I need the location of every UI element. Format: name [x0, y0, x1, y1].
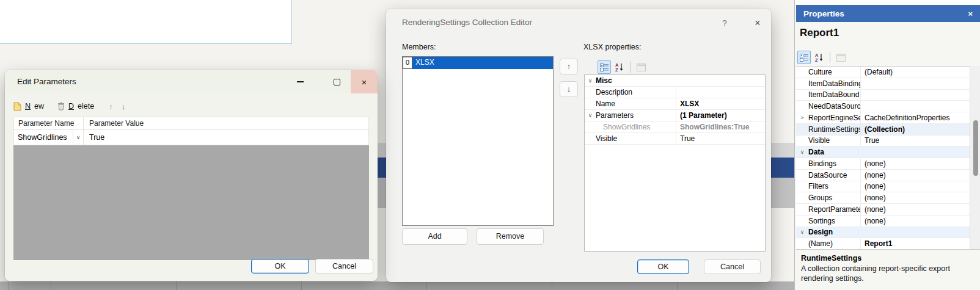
minimize-icon: [297, 81, 304, 82]
ok-button[interactable]: OK: [637, 259, 689, 274]
move-down-button[interactable]: ↓: [120, 102, 127, 111]
property-row[interactable]: DataSource (none): [796, 170, 970, 181]
property-row[interactable]: > ReportEngineSettings CacheDefinitionPr…: [796, 112, 970, 124]
property-value[interactable]: (none): [860, 181, 970, 192]
property-label: Name: [596, 100, 676, 108]
property-category-row[interactable]: ∨ Misc: [585, 75, 765, 87]
property-value[interactable]: (none): [860, 192, 970, 203]
parameter-name-cell[interactable]: ShowGridlines: [14, 133, 73, 142]
remove-button[interactable]: Remove: [477, 228, 544, 245]
property-row[interactable]: Description: [585, 87, 765, 98]
property-value[interactable]: [676, 87, 765, 98]
property-row[interactable]: ItemDataBound: [796, 90, 970, 101]
property-value[interactable]: (Collection): [860, 124, 970, 135]
alphabetical-sort-button[interactable]: AZ: [813, 51, 826, 64]
property-value[interactable]: (none): [860, 216, 970, 227]
property-pages-button[interactable]: [634, 60, 648, 74]
property-row[interactable]: Filters (none): [796, 181, 970, 193]
property-grid-toolbar: AZ: [598, 60, 648, 74]
arrow-down-icon: ↓: [567, 84, 571, 93]
property-value[interactable]: True: [676, 133, 765, 144]
property-row[interactable]: Bindings (none): [796, 158, 970, 170]
members-listbox[interactable]: 0 XLSX: [402, 56, 554, 226]
property-value[interactable]: ShowGridlines:True: [676, 121, 765, 132]
property-row[interactable]: Sortings (none): [796, 216, 970, 227]
panel-top-spacer: [795, 0, 980, 5]
property-label: ReportParameters: [808, 205, 860, 214]
property-value[interactable]: (none): [860, 170, 970, 181]
property-row[interactable]: Culture (Default): [796, 67, 970, 78]
maximize-button[interactable]: [323, 70, 351, 93]
app-root: Edit Parameters × New Delete ↑ ↓: [0, 0, 980, 290]
categorized-view-button[interactable]: [797, 51, 811, 64]
minimize-button[interactable]: [286, 70, 314, 93]
az-sort-icon: AZ: [814, 53, 824, 62]
property-value[interactable]: (Default): [860, 67, 970, 78]
property-label: (Name): [808, 239, 860, 248]
parameter-value-cell[interactable]: True: [84, 130, 368, 145]
property-value[interactable]: True: [860, 136, 970, 147]
chevron-expanded-icon[interactable]: ∨: [796, 229, 808, 235]
property-value[interactable]: [860, 101, 970, 112]
property-label: Parameters: [596, 111, 676, 120]
new-label: N: [25, 102, 31, 111]
property-label: Description: [596, 88, 676, 96]
property-sub-row[interactable]: ShowGridlines ShowGridlines:True: [585, 121, 765, 133]
property-row[interactable]: ReportParameters (none): [796, 204, 970, 216]
property-value[interactable]: (none): [860, 204, 970, 215]
property-category-row[interactable]: ∨ Design: [796, 227, 970, 239]
property-value[interactable]: (1 Parameter): [676, 110, 765, 121]
scrollbar-thumb[interactable]: [973, 120, 978, 176]
property-row[interactable]: (Name) Report1: [796, 238, 970, 250]
combobox-dropdown-button[interactable]: ∨: [73, 130, 83, 145]
close-button[interactable]: ×: [749, 15, 766, 32]
cancel-button[interactable]: Cancel: [315, 259, 373, 274]
categorized-view-button[interactable]: [598, 60, 611, 74]
move-member-up-button[interactable]: ↑: [560, 59, 578, 74]
table-row[interactable]: ShowGridlines ∨ True: [14, 130, 368, 145]
ok-button[interactable]: OK: [251, 259, 309, 274]
property-row[interactable]: ∨ Parameters (1 Parameter): [585, 110, 765, 121]
close-button[interactable]: ×: [351, 70, 378, 93]
categorized-icon: [600, 63, 609, 72]
titlebar[interactable]: Edit Parameters: [5, 70, 378, 93]
new-parameter-button[interactable]: New: [13, 102, 44, 111]
report-property-grid: Culture (Default) ItemDataBinding ItemDa…: [796, 66, 970, 249]
move-up-button[interactable]: ↑: [108, 102, 114, 111]
property-row[interactable]: Groups (none): [796, 192, 970, 204]
property-label: Visible: [596, 134, 676, 143]
trash-icon: [57, 102, 65, 111]
chevron-expanded-icon[interactable]: ∨: [585, 78, 596, 84]
property-row[interactable]: NeedDataSource: [796, 101, 970, 112]
chevron-expanded-icon[interactable]: ∨: [585, 112, 596, 118]
member-row-selected[interactable]: 0 XLSX: [403, 57, 553, 69]
property-value[interactable]: XLSX: [676, 98, 765, 109]
toolbar-separator: [830, 52, 830, 63]
cancel-button[interactable]: Cancel: [704, 259, 761, 274]
vertical-scrollbar[interactable]: [970, 66, 980, 249]
background-band: [767, 143, 795, 158]
help-button[interactable]: ?: [717, 16, 732, 31]
property-row[interactable]: ItemDataBinding: [796, 78, 970, 90]
property-row[interactable]: Name XLSX: [585, 98, 765, 110]
toolbar-separator: [630, 62, 631, 73]
property-value[interactable]: CacheDefinitionProperties: [860, 112, 970, 123]
chevron-expanded-icon[interactable]: ∨: [796, 149, 808, 155]
property-row[interactable]: Visible True: [585, 133, 765, 145]
property-pages-button[interactable]: [834, 51, 847, 64]
delete-parameter-button[interactable]: Delete: [57, 102, 94, 111]
property-row[interactable]: Visible True: [796, 136, 970, 147]
alphabetical-sort-button[interactable]: AZ: [613, 60, 626, 74]
chevron-collapsed-icon[interactable]: >: [796, 115, 808, 121]
property-value[interactable]: [860, 78, 970, 89]
dialog-title: Edit Parameters: [17, 77, 76, 86]
add-button[interactable]: Add: [402, 228, 467, 245]
property-value[interactable]: [860, 90, 970, 101]
properties-titlebar[interactable]: Properties ×: [796, 5, 980, 22]
property-row-selected[interactable]: RuntimeSettings (Collection): [796, 124, 970, 136]
close-panel-button[interactable]: ×: [960, 9, 980, 18]
property-value[interactable]: (none): [860, 158, 970, 169]
move-member-down-button[interactable]: ↓: [560, 81, 578, 97]
property-value[interactable]: Report1: [860, 238, 970, 249]
property-category-row[interactable]: ∨ Data: [796, 147, 970, 158]
